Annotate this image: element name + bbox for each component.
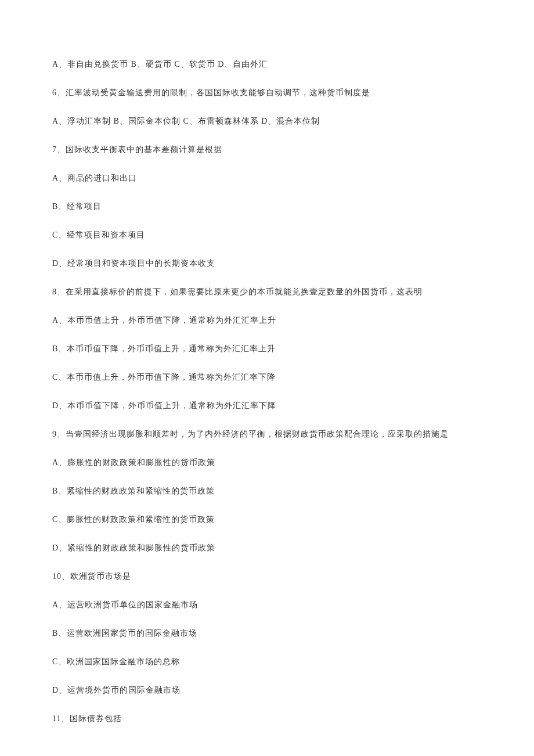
text-line: B、经常项目 <box>52 200 482 213</box>
text-line: A、本币币值上升，外币币值下降，通常称为外汇汇率上升 <box>52 314 482 326</box>
text-line: C、欧洲国家国际金融市场的总称 <box>52 656 482 668</box>
document-body: A、非自由兑换货币 B、硬货币 C、软货币 D、自由外汇 6、汇率波动受黄金输送… <box>0 0 534 756</box>
text-line: B、紧缩性的财政政策和紧缩性的货币政策 <box>52 485 482 497</box>
text-line: 11、国际债券包括 <box>52 712 482 725</box>
text-line: 6、汇率波动受黄金输送费用的限制，各国国际收支能够自动调节，这种货币制度是 <box>52 87 482 99</box>
text-line: D、本币币值下降，外币币值上升，通常称为外汇汇率下降 <box>52 399 482 412</box>
text-line: A、运营欧洲货币单位的国家金融市场 <box>52 599 482 611</box>
text-line: 8、在采用直接标价的前提下，如果需要比原来更少的本币就能兑换壹定数量的外国货币，… <box>52 286 482 298</box>
text-line: D、经常项目和资本项目中的长期资本收支 <box>52 257 482 269</box>
text-line: 7、国际收支平衡表中的基本差额计算是根据 <box>52 143 482 156</box>
text-line: D、紧缩性的财政政策和膨胀性的货币政策 <box>52 542 482 554</box>
text-line: D、运营境外货币的国际金融市场 <box>52 684 482 696</box>
text-line: A、浮动汇率制 B、国际金本位制 C、布雷顿森林体系 D、混合本位制 <box>52 115 482 127</box>
text-line: 10、欧洲货币市场是 <box>52 570 482 582</box>
text-line: 9、当壹国经济出现膨胀和顺差时，为了内外经济的平衡，根据财政货币政策配合理论，应… <box>52 428 482 440</box>
text-line: C、经常项目和资本项目 <box>52 229 482 241</box>
text-line: A、非自由兑换货币 B、硬货币 C、软货币 D、自由外汇 <box>52 58 482 70</box>
text-line: C、本币币值上升，外币币值下降，通常称为外汇汇率下降 <box>52 371 482 383</box>
text-line: A、商品的进口和出口 <box>52 172 482 184</box>
text-line: B、本币币值下降，外币币值上升，通常称为外汇汇率上升 <box>52 343 482 355</box>
text-line: C、膨胀性的财政政策和紧缩性的货币政策 <box>52 513 482 525</box>
text-line: B、运营欧洲国家货币的国际金融市场 <box>52 627 482 639</box>
text-line: A、膨胀性的财政政策和膨胀性的货币政策 <box>52 456 482 469</box>
